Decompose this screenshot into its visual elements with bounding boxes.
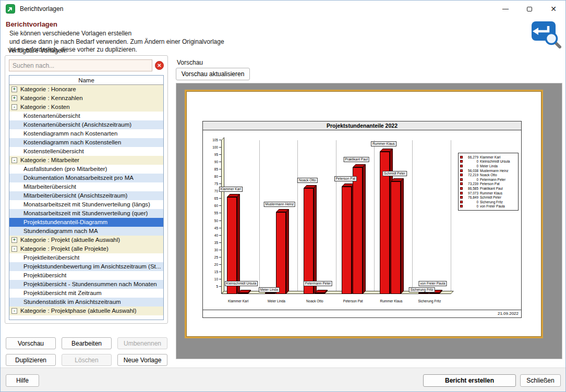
minimize-icon: — (502, 5, 509, 13)
collapse-icon[interactable]: - (11, 157, 17, 163)
maximize-button[interactable] (517, 1, 541, 17)
legend-entry: 72,219Noack Otto (460, 173, 517, 177)
preview-label: Vorschau (177, 59, 203, 66)
umbenennen-button[interactable]: Umbenennen (117, 337, 167, 349)
collapse-icon[interactable]: - (11, 246, 17, 252)
y-axis-label: 30 (207, 248, 218, 252)
y-axis-tick (219, 154, 221, 155)
legend-entry: 0von Freier Paula (460, 204, 517, 209)
tree-category-row[interactable]: +Kategorie : Honorare (9, 85, 163, 94)
y-axis-label: 90 (207, 160, 218, 164)
tree-category-row[interactable]: -Kategorie : Mitarbeiter (9, 156, 163, 165)
tree-item-row[interactable]: Projektübersicht (9, 271, 163, 280)
bar-name-label: von Freier Paula (419, 281, 447, 286)
bearbeiten-button[interactable]: Bearbeiten (62, 337, 112, 349)
clear-search-button[interactable]: ✕ (155, 61, 164, 70)
tree-item-row[interactable]: Dokumentation Monatsarbeitszeit pro MA (9, 174, 163, 182)
tree-category-row[interactable]: +Kategorie : Kennzahlen (9, 94, 163, 103)
y-axis-tick (219, 257, 221, 258)
bar-front-face (342, 187, 352, 294)
chart-bar (342, 187, 352, 294)
y-axis-tick (219, 176, 221, 177)
legend-name: Praktikant Paul (480, 187, 503, 190)
tree-item-row[interactable]: Mitarbeiterübersicht (Ansichtszeitraum) (9, 191, 163, 200)
neue-vorlage-button[interactable]: Neue Vorlage (117, 354, 167, 366)
x-axis-label: Peterson Pat (343, 299, 363, 303)
y-axis-tick (219, 147, 221, 148)
tree-item-row[interactable]: Projektstundenbewertung im Ansichtszeitr… (9, 262, 163, 271)
tree-item-row[interactable]: Kostendiagramm nach Kostenstellen (9, 138, 163, 147)
description-line: Sie können verschiedene Vorlagen erstell… (9, 30, 224, 38)
legend-value: 76,849 (464, 195, 478, 199)
tree-item-row[interactable]: Stundenstatistik im Ansichtszeitraum (9, 298, 163, 307)
legend-name: Klammer Karl (480, 155, 500, 159)
template-row-label: Kategorie : Kennzahlen (20, 94, 83, 103)
tree-item-row[interactable]: Projektübersicht - Stundensummen nach Mo… (9, 280, 163, 289)
tree-item-row[interactable]: Kostenstellenübersicht (9, 147, 163, 156)
tree-item-row[interactable]: Monatsarbeitszeit mit Stundenverteilung … (9, 209, 163, 218)
bar-name-label: Praktikant Paul (343, 157, 369, 162)
tree-item-row[interactable]: Stundendiagramm nach MA (9, 227, 163, 236)
tree-item-row[interactable]: Ausfallstunden (pro Mitarbeiter) (9, 165, 163, 174)
tree-category-row[interactable]: -Kategorie : Projekt (alle Projekte) (9, 244, 163, 253)
collapse-icon[interactable]: - (11, 104, 17, 110)
y-axis-label: 105 (207, 138, 218, 142)
close-button[interactable]: ✕ (541, 1, 565, 17)
bar-name-label: Peterson Pat (334, 176, 357, 181)
tree-item-row[interactable]: Projektleiterübersicht (9, 253, 163, 262)
chart-legend: 66,279Klammer Karl0Kleinschmidt Ursula0M… (458, 153, 519, 211)
tree-category-row[interactable]: -Kategorie : Projektphase (aktuelle Ausw… (9, 307, 163, 315)
template-row-label: Dokumentation Monatsarbeitszeit pro MA (23, 174, 134, 182)
expand-icon[interactable]: + (11, 237, 17, 243)
chart-gridline (412, 140, 413, 294)
expand-icon[interactable]: + (11, 95, 17, 101)
template-row-label: Projektstundenanteil-Diagramm (23, 218, 107, 227)
preview-viewport: Projektstundenanteile 2022 5101520253035… (176, 83, 562, 359)
tree-item-row[interactable]: Mitarbeiterübersicht (9, 182, 163, 191)
tree-category-row[interactable]: +Kategorie : Projekt (aktuelle Auswahl) (9, 236, 163, 244)
bar-name-label: Kleinschmidt Ursula (225, 281, 258, 286)
y-axis-label: 100 (207, 145, 218, 150)
tree-item-row[interactable]: Kostenartenübersicht (Ansichtszeitraum) (9, 120, 163, 129)
y-axis-tick (219, 220, 221, 221)
title-bar: Berichtvorlagen — ✕ (1, 1, 565, 17)
y-axis-tick (219, 140, 221, 140)
minimize-button[interactable]: — (493, 1, 517, 17)
legend-entry: 97,073Rummer Klaus (460, 191, 517, 195)
legend-name: Mustermann Heinz (480, 169, 509, 173)
legend-entry: 76,849Schmidt Peter (460, 195, 517, 200)
bar-side-face (237, 194, 240, 294)
y-axis-label: 25 (207, 255, 218, 260)
duplizieren-button[interactable]: Duplizieren (6, 354, 56, 366)
loeschen-button[interactable]: Löschen (62, 354, 112, 366)
close-icon: ✕ (550, 5, 557, 13)
bericht-erstellen-button[interactable]: Bericht erstellen (423, 374, 516, 387)
y-axis-tick (219, 183, 221, 184)
refresh-preview-button[interactable]: Vorschau aktualisieren (176, 68, 250, 80)
tree-item-row[interactable]: Projektstundenanteil-Diagramm (9, 218, 163, 227)
legend-color-swatch (460, 169, 463, 172)
window-title: Berichtvorlagen (20, 5, 63, 13)
schliessen-button[interactable]: Schließen (520, 374, 561, 387)
legend-name: Kleinschmidt Ursula (480, 160, 510, 163)
hilfe-button[interactable]: Hilfe (6, 374, 39, 387)
collapse-icon[interactable]: - (11, 308, 17, 314)
chart-gridline (374, 140, 375, 294)
tree-item-row[interactable]: Projektübersicht mit Zeitraum (9, 289, 163, 298)
legend-color-swatch (460, 165, 463, 167)
legend-name: Petermann Peter (480, 178, 505, 181)
expand-icon[interactable]: + (11, 87, 17, 92)
tree-item-row[interactable]: Monatsarbeitszeit mit Stundenverteilung … (9, 200, 163, 209)
tree-category-row[interactable]: -Kategorie : Kosten (9, 103, 163, 112)
legend-color-swatch (460, 201, 463, 203)
tree-item-row[interactable]: Kostenartenübersicht (9, 112, 163, 120)
legend-value: 56,038 (464, 169, 478, 173)
search-input[interactable] (9, 59, 152, 71)
tree-item-row[interactable]: Kostendiagramm nach Kostenarten (9, 129, 163, 138)
vorschau-button[interactable]: Vorschau (6, 337, 56, 349)
y-axis-tick (219, 198, 221, 199)
y-axis-label: 55 (207, 211, 218, 215)
legend-value: 86,585 (464, 187, 478, 190)
list-column-header: Name (9, 76, 163, 85)
legend-color-swatch (460, 178, 463, 181)
